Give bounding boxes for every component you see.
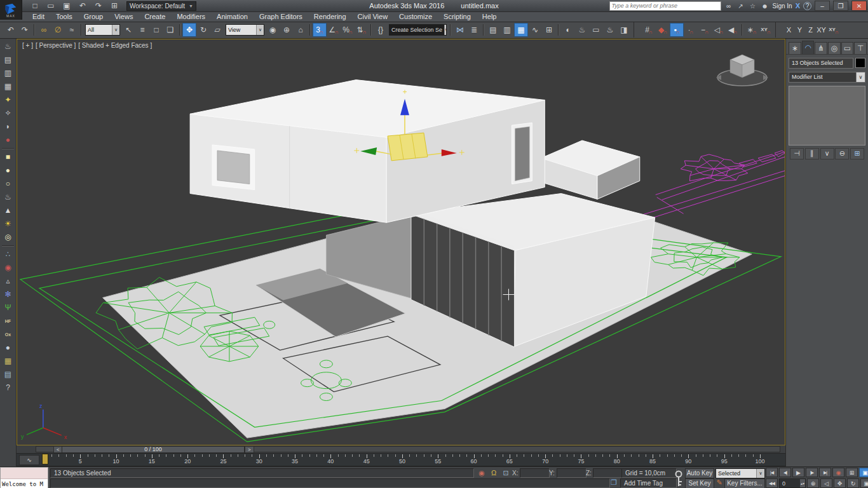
- menu-item-views[interactable]: Views: [109, 12, 139, 22]
- object-name-field[interactable]: 13 Objects Selected: [789, 58, 853, 69]
- scene-3d[interactable]: z y x: [17, 39, 785, 445]
- application-menu-button[interactable]: MAX: [0, 0, 22, 20]
- key-filters-pencil-icon[interactable]: ✎: [714, 478, 724, 487]
- pan-view-button[interactable]: ✥: [834, 478, 846, 488]
- edit-named-selection-sets-button[interactable]: {}: [374, 23, 388, 37]
- modifier-stack[interactable]: [789, 86, 865, 146]
- snaps-toggle-button[interactable]: 3∩: [313, 23, 327, 37]
- minimize-button[interactable]: –: [815, 1, 830, 11]
- tab-display[interactable]: ▭: [841, 42, 854, 54]
- sun-light-button[interactable]: ☀: [1, 217, 15, 231]
- key-mode-toggle-button[interactable]: ◉: [832, 468, 844, 477]
- menu-item-create[interactable]: Create: [139, 12, 171, 22]
- modifier-list-dropdown[interactable]: Modifier List ∨: [789, 72, 865, 83]
- snap-toggle-2d-button[interactable]: ▪∩: [670, 23, 684, 37]
- angle-snap-toggle-button[interactable]: ∠∩: [327, 23, 341, 37]
- previous-frame-button[interactable]: ◀|: [779, 468, 791, 477]
- zoom-extents-button[interactable]: ⊞: [846, 468, 858, 477]
- pivot-snap-button[interactable]: ◆∩: [656, 23, 670, 37]
- sphere-primitive-button[interactable]: ●: [1, 164, 15, 177]
- workspace-dropdown[interactable]: Workspace: Default ▼: [126, 1, 196, 11]
- select-and-manipulate-button[interactable]: ⊕: [280, 23, 294, 37]
- notes-list-button[interactable]: ▤: [1, 368, 15, 381]
- hair-ox-button[interactable]: Ox: [1, 328, 15, 341]
- perspective-viewport[interactable]: [ + ] [ Perspective ] [ Shaded + Edged F…: [17, 39, 785, 445]
- maximize-viewport-toggle-button[interactable]: ▣: [860, 478, 868, 488]
- select-and-move-button[interactable]: ✥: [182, 23, 196, 37]
- zoom-button[interactable]: ⊕: [807, 478, 819, 488]
- menu-item-civil-view[interactable]: Civil View: [352, 12, 393, 22]
- axis-constraint-plane-snap-button[interactable]: XY∩: [827, 23, 841, 37]
- tab-hierarchy[interactable]: ⋔: [815, 42, 827, 54]
- select-object-button[interactable]: ↖: [121, 23, 135, 37]
- utilities-palette-button[interactable]: ▦: [1, 355, 15, 368]
- select-and-rotate-button[interactable]: ↻: [196, 23, 210, 37]
- help-search-input[interactable]: [609, 1, 721, 11]
- open-file-button[interactable]: ▭: [44, 0, 58, 13]
- mirror-button[interactable]: ⋈: [453, 23, 467, 37]
- select-by-name-button[interactable]: ≡: [135, 23, 149, 37]
- menu-item-animation[interactable]: Animation: [211, 12, 254, 22]
- reference-coordinate-system-dropdown[interactable]: View∨: [226, 24, 264, 36]
- add-time-tag-field[interactable]: Add Time Tag: [620, 478, 677, 488]
- help-button[interactable]: ?: [1, 381, 15, 395]
- render-setup-dialog-button[interactable]: ▤: [1, 53, 15, 67]
- rectangular-selection-region-button[interactable]: □: [149, 23, 163, 37]
- tab-motion[interactable]: ◎: [828, 42, 841, 54]
- close-button[interactable]: ✕: [851, 1, 867, 11]
- previous-key-button[interactable]: ◀◀: [766, 478, 778, 488]
- axis-constraint-xy-button[interactable]: XY: [816, 23, 827, 37]
- molecule-helper-button[interactable]: ◉: [1, 261, 15, 274]
- menu-item-help[interactable]: Help: [477, 12, 503, 22]
- light-create-button[interactable]: ✦: [1, 93, 15, 107]
- light-listener-button[interactable]: ✧: [1, 107, 15, 120]
- time-tag-icon[interactable]: ❐: [609, 478, 619, 487]
- sign-in-person-icon[interactable]: ☻: [761, 3, 770, 10]
- next-frame-arrow-button[interactable]: >: [245, 446, 254, 453]
- render-in-cloud-button[interactable]: ◨: [617, 23, 631, 37]
- rear-small-box[interactable]: [541, 140, 639, 199]
- toggle-layer-explorer-button[interactable]: ▦: [514, 23, 528, 37]
- menu-item-group[interactable]: Group: [78, 12, 109, 22]
- spinner-snap-toggle-button[interactable]: ⇅∩: [355, 23, 369, 37]
- show-end-result-button[interactable]: ∥: [805, 148, 819, 159]
- scene-explorer-button[interactable]: ▥: [500, 23, 514, 37]
- redo-dropdown-button[interactable]: ↷: [92, 0, 105, 13]
- menu-item-customize[interactable]: Customize: [393, 12, 438, 22]
- rain-particles-button[interactable]: ∴: [1, 248, 15, 261]
- sign-in-button[interactable]: Sign In: [773, 3, 792, 10]
- play-animation-button[interactable]: ▶: [792, 468, 804, 477]
- viewport-pov-menu[interactable]: [ Perspective ]: [36, 42, 76, 49]
- grass-foliage-button[interactable]: Ψ: [1, 301, 15, 315]
- remove-modifier-button[interactable]: ⊖: [835, 148, 849, 159]
- menu-item-edit[interactable]: Edit: [27, 12, 50, 22]
- menu-item-scripting[interactable]: Scripting: [438, 12, 477, 22]
- track-bar-ruler[interactable]: 0510152025303540455055606570758085909510…: [17, 454, 785, 466]
- snap-use-axis-constraints-button[interactable]: ∗∩: [745, 23, 759, 37]
- field-of-view-button[interactable]: ◁: [820, 478, 832, 488]
- undo-button[interactable]: ↶: [4, 23, 18, 37]
- cone-primitive-button[interactable]: ▲: [1, 204, 15, 217]
- help-menu-button[interactable]: ?: [803, 2, 811, 10]
- tab-create[interactable]: ∗: [789, 42, 801, 54]
- align-button[interactable]: ≣: [467, 23, 481, 37]
- face-center-snap-button[interactable]: ◀∩: [726, 23, 740, 37]
- axis-constraint-x-button[interactable]: X: [783, 23, 794, 37]
- welcome-window[interactable]: Welcome to M: [0, 467, 48, 488]
- spinner-icon[interactable]: ▴▾: [800, 479, 805, 487]
- selected-object-wireframe[interactable]: [388, 133, 428, 161]
- render-teapot-button[interactable]: ♨: [1, 40, 15, 53]
- viewcube[interactable]: [715, 48, 770, 90]
- layer-manager-button[interactable]: ▤: [486, 23, 500, 37]
- edge-snap-button[interactable]: −∩: [698, 23, 712, 37]
- selection-set-key-dropdown[interactable]: Selected ∨: [715, 468, 765, 478]
- door[interactable]: [512, 123, 532, 184]
- rendered-frame-window-button[interactable]: ▭: [589, 23, 603, 37]
- z-coordinate-field[interactable]: [593, 468, 623, 478]
- umbrella-plan[interactable]: [200, 331, 259, 362]
- menu-item-rendering[interactable]: Rendering: [308, 12, 352, 22]
- time-slider-handle[interactable]: 0 / 100: [62, 446, 245, 453]
- exchange-apps-button[interactable]: X: [796, 2, 800, 10]
- set-keys-key-icon[interactable]: [674, 470, 683, 487]
- snap-xy-plane-button[interactable]: XY∩: [759, 23, 773, 37]
